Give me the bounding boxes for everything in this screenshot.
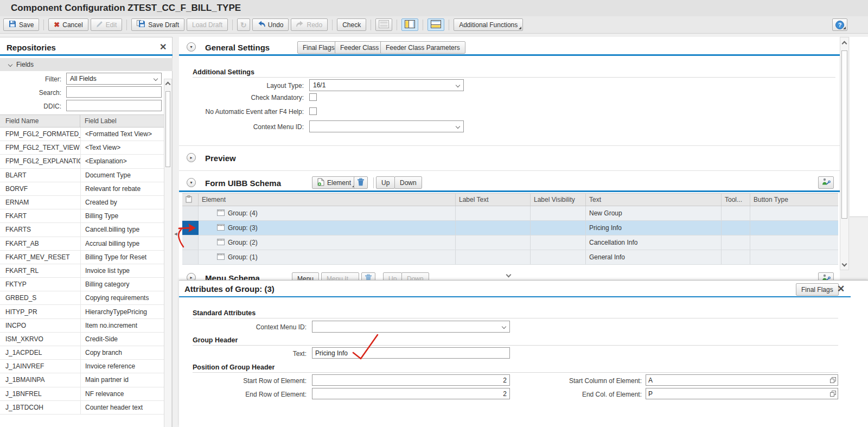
row-selector-cell[interactable] xyxy=(182,250,199,264)
form-uibb-schema-expand-button[interactable]: ▾ xyxy=(187,178,196,187)
repository-field-row[interactable]: FKART_AB Accrual billing type xyxy=(0,237,164,251)
row-selector-cell[interactable] xyxy=(182,206,199,220)
toolbar-separator xyxy=(449,20,449,30)
ddic-input[interactable] xyxy=(66,100,162,111)
repository-field-row[interactable]: FPM_FGL2_TEXT_VIEW <Text View> xyxy=(0,141,164,155)
repository-field-row[interactable]: FKTYP Billing category xyxy=(0,278,164,291)
add-element-button[interactable]: Element xyxy=(312,176,356,189)
repository-field-row[interactable]: FKARTS Cancell.billing type xyxy=(0,223,164,237)
attr-context-menu-select[interactable] xyxy=(312,321,510,333)
move-up-button[interactable]: Up xyxy=(376,176,395,189)
menu-schema-expand-button[interactable]: ▸ xyxy=(187,273,196,280)
repository-field-row[interactable]: FKART_MEV_RESET Billing Type for Reset xyxy=(0,251,164,264)
attributes-final-flags-button[interactable]: Final Flags xyxy=(796,283,839,296)
row-selector-column-header[interactable] xyxy=(182,194,199,206)
layout-left-panel-toggle-button[interactable] xyxy=(401,18,418,31)
uibb-element-row[interactable]: Group: (3) Pricing Info xyxy=(182,221,838,235)
repository-field-row[interactable]: ISM_XKRVO Credit-Side xyxy=(0,333,164,346)
column-header-tooltip[interactable]: Tool... xyxy=(722,194,750,206)
repository-field-row[interactable]: HITYP_PR HierarchyTypePricing xyxy=(0,305,164,318)
redo-button[interactable]: Redo xyxy=(291,18,328,31)
cancel-button[interactable]: ✖ Cancel xyxy=(48,18,88,31)
uibb-element-row[interactable]: Group: (4) New Group xyxy=(182,206,838,221)
uibb-element-row[interactable]: Group: (2) Cancellation Info xyxy=(182,235,838,250)
repository-field-row[interactable]: FPM_FGL2_FORMATED_... <Formatted Text Vi… xyxy=(0,128,164,141)
feeder-class-parameters-button[interactable]: Feeder Class Parameters xyxy=(380,41,465,54)
menu-personalize-button[interactable] xyxy=(818,272,834,280)
edit-button[interactable]: Edit xyxy=(91,18,123,31)
column-header-label-text[interactable]: Label Text xyxy=(456,194,531,206)
column-header-field-name[interactable]: Field Name xyxy=(0,115,80,127)
move-down-button[interactable]: Down xyxy=(394,176,422,189)
menu-up-button[interactable]: Up xyxy=(383,272,402,280)
preview-expand-button[interactable]: ▸ xyxy=(187,153,196,162)
repository-field-row[interactable]: FPM_FGL2_EXPLANATION <Explanation> xyxy=(0,155,164,168)
personalize-button[interactable] xyxy=(818,176,834,189)
row-selector-cell[interactable] xyxy=(182,221,199,235)
final-flags-button[interactable]: Final Flags xyxy=(297,41,340,54)
start-row-input[interactable] xyxy=(312,374,510,386)
add-menu-item-button[interactable]: Menu It... xyxy=(321,272,359,280)
repositories-close-icon[interactable]: ✕ xyxy=(159,42,167,52)
feeder-class-button[interactable]: Feeder Class xyxy=(335,41,384,54)
add-menu-button[interactable]: Menu xyxy=(292,272,319,280)
check-mandatory-checkbox[interactable] xyxy=(309,93,317,101)
repository-field-row[interactable]: INCPO Item no.increment xyxy=(0,319,164,333)
gs-context-menu-select[interactable] xyxy=(309,120,464,132)
element-cell: Group: (2) xyxy=(199,235,456,250)
delete-element-button[interactable] xyxy=(354,176,368,189)
column-header-field-label[interactable]: Field Label xyxy=(80,115,164,127)
column-header-text[interactable]: Text xyxy=(586,194,722,206)
end-column-input[interactable] xyxy=(646,390,830,398)
refresh-icon: ↻ xyxy=(240,21,247,29)
field-label-cell: Relevant for rebate xyxy=(80,182,164,195)
delete-menu-button[interactable] xyxy=(361,272,375,280)
value-help-copy-icon[interactable] xyxy=(830,375,836,385)
help-button[interactable]: ? xyxy=(832,18,847,31)
splitter-collapse-handle[interactable]: ◄ xyxy=(173,228,179,240)
repository-field-row[interactable]: FKART Billing Type xyxy=(0,209,164,223)
repository-field-row[interactable]: J_1AINVREF Invoice reference xyxy=(0,360,164,373)
undo-button[interactable]: Undo xyxy=(252,18,289,31)
main-scrollbar[interactable] xyxy=(840,37,849,270)
repository-field-row[interactable]: J_1BNFREL NF relevance xyxy=(0,387,164,401)
repository-field-row[interactable]: J_1BTDCOH Counter header text xyxy=(0,401,164,415)
repository-field-row[interactable]: GRBED_S Copying requirements xyxy=(0,291,164,305)
repository-field-row[interactable]: BORVF Relevant for rebate xyxy=(0,182,164,196)
attributes-close-icon[interactable]: ✕ xyxy=(837,283,845,295)
menu-down-button[interactable]: Down xyxy=(401,272,429,280)
repository-field-row[interactable]: ERNAM Created by xyxy=(0,196,164,209)
layout-rows-toggle-button[interactable] xyxy=(375,18,392,31)
refresh-button[interactable]: ↻ xyxy=(237,18,250,31)
row-selector-cell[interactable] xyxy=(182,235,199,250)
start-column-input[interactable] xyxy=(646,377,830,384)
filter-select[interactable]: All Fields xyxy=(66,73,162,85)
scroll-up-icon[interactable] xyxy=(842,41,847,47)
column-header-label-visibility[interactable]: Label Visibility xyxy=(531,194,586,206)
save-draft-button[interactable]: Save Draft xyxy=(131,18,184,31)
column-header-element[interactable]: Element xyxy=(199,194,456,206)
additional-functions-button[interactable]: Additional Functions xyxy=(454,18,523,31)
value-help-copy-icon[interactable] xyxy=(830,389,836,399)
repository-field-row[interactable]: J_1ACPDEL Copy branch xyxy=(0,346,164,360)
fields-section-header[interactable]: Fields xyxy=(0,58,173,71)
repository-field-row[interactable]: BLART Document Type xyxy=(0,169,164,182)
general-settings-expand-button[interactable]: ▾ xyxy=(187,42,196,52)
layout-bottom-panel-toggle-button[interactable] xyxy=(427,18,444,31)
save-button[interactable]: Save xyxy=(3,18,39,31)
load-draft-button[interactable]: Load Draft xyxy=(187,18,228,31)
repositories-scrollbar[interactable] xyxy=(164,79,172,427)
uibb-element-row[interactable]: Group: (1) General Info xyxy=(182,250,838,265)
toolbar-separator xyxy=(332,20,333,30)
group-header-text-input[interactable] xyxy=(312,347,510,359)
scrollbar-thumb[interactable] xyxy=(841,50,847,219)
check-button[interactable]: Check xyxy=(337,18,366,31)
scroll-down-icon[interactable] xyxy=(842,262,847,267)
repository-field-row[interactable]: FKART_RL Invoice list type xyxy=(0,264,164,278)
repository-field-row[interactable]: J_1BMAINPA Main partner id xyxy=(0,373,164,387)
no-auto-event-checkbox[interactable] xyxy=(309,107,317,115)
layout-type-select[interactable]: 16/1 xyxy=(309,79,464,91)
search-input[interactable] xyxy=(66,86,162,98)
end-row-input[interactable] xyxy=(312,388,510,399)
column-header-button-type[interactable]: Button Type xyxy=(750,194,838,206)
